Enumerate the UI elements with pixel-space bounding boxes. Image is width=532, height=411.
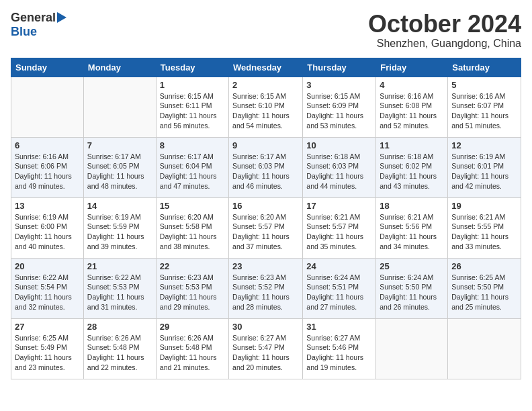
day-info: Sunrise: 6:16 AM Sunset: 6:08 PM Dayligh… <box>380 91 444 131</box>
day-cell: 24Sunrise: 6:24 AM Sunset: 5:51 PM Dayli… <box>303 258 376 318</box>
weekday-header-friday: Friday <box>376 58 448 77</box>
logo: General Blue <box>11 11 66 39</box>
day-cell: 20Sunrise: 6:22 AM Sunset: 5:54 PM Dayli… <box>11 258 84 318</box>
week-row-3: 13Sunrise: 6:19 AM Sunset: 6:00 PM Dayli… <box>11 197 521 258</box>
day-number: 31 <box>306 322 372 332</box>
day-number: 12 <box>451 140 517 150</box>
weekday-header-thursday: Thursday <box>303 58 376 77</box>
day-number: 5 <box>451 80 517 90</box>
day-cell: 5Sunrise: 6:16 AM Sunset: 6:07 PM Daylig… <box>448 77 521 137</box>
week-row-5: 27Sunrise: 6:25 AM Sunset: 5:49 PM Dayli… <box>11 318 521 379</box>
day-cell <box>376 318 448 379</box>
weekday-header-saturday: Saturday <box>448 58 521 77</box>
day-number: 14 <box>87 201 152 211</box>
day-cell: 30Sunrise: 6:27 AM Sunset: 5:47 PM Dayli… <box>229 318 303 379</box>
day-cell: 7Sunrise: 6:17 AM Sunset: 6:05 PM Daylig… <box>83 137 156 197</box>
day-cell: 1Sunrise: 6:15 AM Sunset: 6:11 PM Daylig… <box>156 77 228 137</box>
day-cell: 27Sunrise: 6:25 AM Sunset: 5:49 PM Dayli… <box>11 318 84 379</box>
month-title: October 2024 <box>368 11 521 38</box>
day-number: 25 <box>380 261 444 271</box>
day-info: Sunrise: 6:23 AM Sunset: 5:53 PM Dayligh… <box>160 273 225 312</box>
day-info: Sunrise: 6:15 AM Sunset: 6:09 PM Dayligh… <box>306 91 372 131</box>
day-number: 11 <box>380 140 444 150</box>
title-block: October 2024 Shenzhen, Guangdong, China <box>368 11 521 50</box>
day-info: Sunrise: 6:21 AM Sunset: 5:57 PM Dayligh… <box>306 212 372 252</box>
day-info: Sunrise: 6:27 AM Sunset: 5:47 PM Dayligh… <box>232 333 299 373</box>
day-number: 17 <box>306 201 372 211</box>
day-info: Sunrise: 6:24 AM Sunset: 5:51 PM Dayligh… <box>306 273 372 312</box>
day-info: Sunrise: 6:17 AM Sunset: 6:04 PM Dayligh… <box>160 152 225 191</box>
day-number: 26 <box>451 261 517 271</box>
week-row-4: 20Sunrise: 6:22 AM Sunset: 5:54 PM Dayli… <box>11 258 521 318</box>
day-number: 21 <box>87 261 152 271</box>
day-cell: 6Sunrise: 6:16 AM Sunset: 6:06 PM Daylig… <box>11 137 84 197</box>
day-number: 7 <box>87 140 152 150</box>
day-cell <box>448 318 521 379</box>
day-number: 27 <box>15 322 80 332</box>
day-number: 9 <box>232 140 299 150</box>
day-number: 6 <box>15 140 80 150</box>
week-row-1: 1Sunrise: 6:15 AM Sunset: 6:11 PM Daylig… <box>11 77 521 137</box>
day-cell <box>83 77 156 137</box>
day-info: Sunrise: 6:17 AM Sunset: 6:03 PM Dayligh… <box>232 152 299 191</box>
day-info: Sunrise: 6:23 AM Sunset: 5:52 PM Dayligh… <box>232 273 299 312</box>
day-info: Sunrise: 6:15 AM Sunset: 6:11 PM Dayligh… <box>160 91 225 131</box>
day-cell: 31Sunrise: 6:27 AM Sunset: 5:46 PM Dayli… <box>303 318 376 379</box>
day-cell: 17Sunrise: 6:21 AM Sunset: 5:57 PM Dayli… <box>303 197 376 258</box>
day-cell: 11Sunrise: 6:18 AM Sunset: 6:02 PM Dayli… <box>376 137 448 197</box>
weekday-header-monday: Monday <box>83 58 156 77</box>
weekday-header-sunday: Sunday <box>11 58 84 77</box>
weekday-header-row: SundayMondayTuesdayWednesdayThursdayFrid… <box>11 58 521 77</box>
logo-blue-text: Blue <box>11 25 37 39</box>
day-cell: 21Sunrise: 6:22 AM Sunset: 5:53 PM Dayli… <box>83 258 156 318</box>
day-info: Sunrise: 6:16 AM Sunset: 6:06 PM Dayligh… <box>15 152 80 191</box>
day-info: Sunrise: 6:20 AM Sunset: 5:57 PM Dayligh… <box>232 212 299 252</box>
day-cell: 19Sunrise: 6:21 AM Sunset: 5:55 PM Dayli… <box>448 197 521 258</box>
day-number: 8 <box>160 140 225 150</box>
location-title: Shenzhen, Guangdong, China <box>368 38 521 50</box>
day-info: Sunrise: 6:17 AM Sunset: 6:05 PM Dayligh… <box>87 152 152 191</box>
day-cell: 14Sunrise: 6:19 AM Sunset: 5:59 PM Dayli… <box>83 197 156 258</box>
day-cell: 18Sunrise: 6:21 AM Sunset: 5:56 PM Dayli… <box>376 197 448 258</box>
day-number: 20 <box>15 261 80 271</box>
day-info: Sunrise: 6:26 AM Sunset: 5:48 PM Dayligh… <box>87 333 152 373</box>
day-number: 2 <box>232 80 299 90</box>
day-number: 29 <box>160 322 225 332</box>
day-number: 19 <box>451 201 517 211</box>
page-header: General Blue October 2024 Shenzhen, Guan… <box>11 11 521 50</box>
day-cell: 8Sunrise: 6:17 AM Sunset: 6:04 PM Daylig… <box>156 137 228 197</box>
day-cell: 25Sunrise: 6:24 AM Sunset: 5:50 PM Dayli… <box>376 258 448 318</box>
day-cell: 29Sunrise: 6:26 AM Sunset: 5:48 PM Dayli… <box>156 318 228 379</box>
day-number: 10 <box>306 140 372 150</box>
logo-general-text: General <box>11 11 56 25</box>
day-cell: 10Sunrise: 6:18 AM Sunset: 6:03 PM Dayli… <box>303 137 376 197</box>
day-number: 18 <box>380 201 444 211</box>
day-number: 22 <box>160 261 225 271</box>
day-number: 24 <box>306 261 372 271</box>
day-info: Sunrise: 6:24 AM Sunset: 5:50 PM Dayligh… <box>380 273 444 312</box>
weekday-header-wednesday: Wednesday <box>229 58 303 77</box>
day-number: 3 <box>306 80 372 90</box>
day-info: Sunrise: 6:25 AM Sunset: 5:49 PM Dayligh… <box>15 333 80 373</box>
day-cell: 3Sunrise: 6:15 AM Sunset: 6:09 PM Daylig… <box>303 77 376 137</box>
logo-arrow-icon <box>57 12 66 23</box>
day-cell <box>11 77 84 137</box>
day-number: 28 <box>87 322 152 332</box>
day-info: Sunrise: 6:21 AM Sunset: 5:55 PM Dayligh… <box>451 212 517 252</box>
day-info: Sunrise: 6:20 AM Sunset: 5:58 PM Dayligh… <box>160 212 225 252</box>
weekday-header-tuesday: Tuesday <box>156 58 228 77</box>
day-info: Sunrise: 6:22 AM Sunset: 5:53 PM Dayligh… <box>87 273 152 312</box>
day-cell: 28Sunrise: 6:26 AM Sunset: 5:48 PM Dayli… <box>83 318 156 379</box>
day-number: 1 <box>160 80 225 90</box>
day-info: Sunrise: 6:18 AM Sunset: 6:03 PM Dayligh… <box>306 152 372 191</box>
day-info: Sunrise: 6:26 AM Sunset: 5:48 PM Dayligh… <box>160 333 225 373</box>
day-cell: 9Sunrise: 6:17 AM Sunset: 6:03 PM Daylig… <box>229 137 303 197</box>
day-cell: 12Sunrise: 6:19 AM Sunset: 6:01 PM Dayli… <box>448 137 521 197</box>
day-number: 15 <box>160 201 225 211</box>
day-cell: 4Sunrise: 6:16 AM Sunset: 6:08 PM Daylig… <box>376 77 448 137</box>
day-info: Sunrise: 6:19 AM Sunset: 6:01 PM Dayligh… <box>451 152 517 191</box>
day-info: Sunrise: 6:25 AM Sunset: 5:50 PM Dayligh… <box>451 273 517 312</box>
day-cell: 22Sunrise: 6:23 AM Sunset: 5:53 PM Dayli… <box>156 258 228 318</box>
day-cell: 13Sunrise: 6:19 AM Sunset: 6:00 PM Dayli… <box>11 197 84 258</box>
day-info: Sunrise: 6:15 AM Sunset: 6:10 PM Dayligh… <box>232 91 299 131</box>
